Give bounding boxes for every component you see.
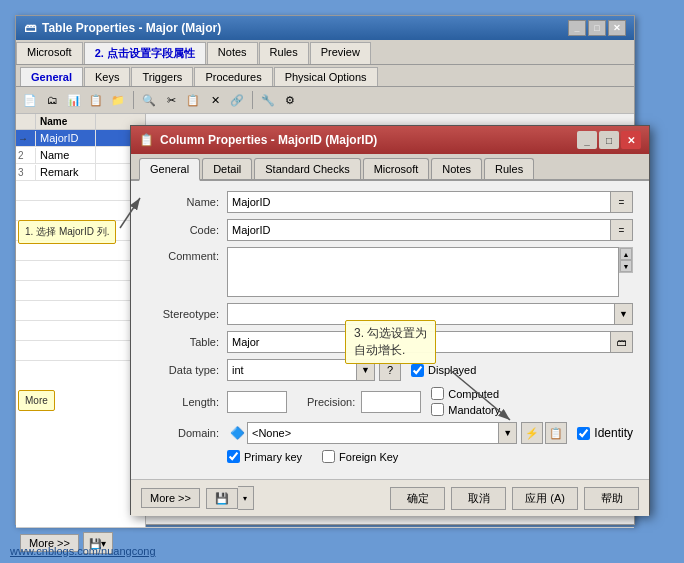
help-button[interactable]: 帮助 bbox=[584, 487, 639, 510]
bg-title-text: Table Properties - Major (Major) bbox=[42, 21, 221, 35]
bg-subtab-triggers[interactable]: Triggers bbox=[131, 67, 193, 86]
toolbar-btn-12[interactable]: ⚙ bbox=[280, 90, 300, 110]
toolbar-btn-1[interactable]: 📄 bbox=[20, 90, 40, 110]
row-name-cell: Name bbox=[36, 147, 96, 163]
code-input[interactable] bbox=[227, 219, 611, 241]
row-num: 2 bbox=[16, 148, 36, 163]
bg-subtab-procedures[interactable]: Procedures bbox=[194, 67, 272, 86]
comment-row: Comment: ▲ ▼ bbox=[147, 247, 633, 297]
table-row[interactable]: 2 Name bbox=[16, 147, 145, 164]
code-btn[interactable]: = bbox=[611, 219, 633, 241]
bg-tab-notes[interactable]: Notes bbox=[207, 42, 258, 64]
domain-arrow[interactable]: ▼ bbox=[499, 422, 517, 444]
scroll-down-btn[interactable]: ▼ bbox=[620, 260, 632, 272]
bg-table-header: Name bbox=[16, 114, 145, 130]
toolbar-btn-11[interactable]: 🔧 bbox=[258, 90, 278, 110]
bg-subtab-keys[interactable]: Keys bbox=[84, 67, 130, 86]
datatype-input[interactable] bbox=[227, 359, 357, 381]
length-row: Length: Precision: Computed Mandatory bbox=[147, 387, 633, 416]
bg-tab-rules[interactable]: Rules bbox=[259, 42, 309, 64]
main-title-buttons: _ □ ✕ bbox=[577, 131, 641, 149]
main-footer: More >> 💾 ▾ 确定 取消 应用 (A) 帮助 bbox=[131, 479, 649, 516]
main-tab-rules[interactable]: Rules bbox=[484, 158, 534, 179]
table-row bbox=[16, 301, 145, 321]
domain-btn-1[interactable]: ⚡ bbox=[521, 422, 543, 444]
code-row: Code: = bbox=[147, 219, 633, 241]
apply-button[interactable]: 应用 (A) bbox=[512, 487, 578, 510]
tooltip-autoincrement: 3. 勾选设置为 自动增长. bbox=[345, 320, 436, 364]
toolbar-btn-8[interactable]: 📋 bbox=[183, 90, 203, 110]
main-tab-general[interactable]: General bbox=[139, 158, 200, 181]
identity-label: Identity bbox=[594, 426, 633, 440]
row-arrow: → bbox=[16, 131, 36, 146]
stereotype-arrow[interactable]: ▼ bbox=[615, 303, 633, 325]
annotation-more: More bbox=[18, 390, 55, 411]
main-maximize-button[interactable]: □ bbox=[599, 131, 619, 149]
comment-scrollbar: ▲ ▼ bbox=[619, 247, 633, 273]
bg-maximize-button[interactable]: □ bbox=[588, 20, 606, 36]
bg-subtab-physicaloptions[interactable]: Physical Options bbox=[274, 67, 378, 86]
name-label: Name: bbox=[147, 196, 227, 208]
cancel-button[interactable]: 取消 bbox=[451, 487, 506, 510]
table-btn[interactable]: 🗃 bbox=[611, 331, 633, 353]
domain-icon: 🔷 bbox=[227, 422, 247, 444]
toolbar-btn-6[interactable]: 🔍 bbox=[139, 90, 159, 110]
toolbar-btn-7[interactable]: ✂ bbox=[161, 90, 181, 110]
bg-top-tabs: Microsoft 2. 点击设置字段属性 Notes Rules Previe… bbox=[16, 40, 634, 65]
foreign-key-label: Foreign Key bbox=[339, 451, 398, 463]
main-tab-detail[interactable]: Detail bbox=[202, 158, 252, 179]
toolbar-btn-10[interactable]: 🔗 bbox=[227, 90, 247, 110]
name-btn[interactable]: = bbox=[611, 191, 633, 213]
toolbar-btn-4[interactable]: 📋 bbox=[86, 90, 106, 110]
length-input[interactable] bbox=[227, 391, 287, 413]
foreign-key-checkbox[interactable] bbox=[322, 450, 335, 463]
toolbar-btn-5[interactable]: 📁 bbox=[108, 90, 128, 110]
toolbar-btn-2[interactable]: 🗂 bbox=[42, 90, 62, 110]
bg-title-icon: 🗃 bbox=[24, 21, 36, 35]
toolbar-separator-1 bbox=[133, 91, 134, 109]
displayed-checkbox[interactable] bbox=[411, 364, 424, 377]
bg-tab-microsoft[interactable]: Microsoft bbox=[16, 42, 83, 64]
main-titlebar: 📋 Column Properties - MajorID (MajorID) … bbox=[131, 126, 649, 154]
main-close-button[interactable]: ✕ bbox=[621, 131, 641, 149]
foreign-key-group: Foreign Key bbox=[322, 450, 398, 463]
footer-more-button[interactable]: More >> bbox=[141, 488, 200, 508]
primary-key-checkbox[interactable] bbox=[227, 450, 240, 463]
watermark: www.cnblogs.com/nuangcong bbox=[10, 545, 156, 557]
ok-button[interactable]: 确定 bbox=[390, 487, 445, 510]
scroll-up-btn[interactable]: ▲ bbox=[620, 248, 632, 260]
table-row bbox=[16, 201, 145, 221]
main-tab-microsoft[interactable]: Microsoft bbox=[363, 158, 430, 179]
bg-title-buttons: _ □ ✕ bbox=[568, 20, 626, 36]
identity-checkbox[interactable] bbox=[577, 427, 590, 440]
bg-tab-preview[interactable]: Preview bbox=[310, 42, 371, 64]
mandatory-checkbox[interactable] bbox=[431, 403, 444, 416]
bg-toolbar: 📄 🗂 📊 📋 📁 🔍 ✂ 📋 ✕ 🔗 🔧 ⚙ bbox=[16, 87, 634, 114]
main-tab-notes[interactable]: Notes bbox=[431, 158, 482, 179]
computed-label: Computed bbox=[448, 388, 499, 400]
table-row[interactable]: 3 Remark bbox=[16, 164, 145, 181]
table-row bbox=[16, 261, 145, 281]
table-label: Table: bbox=[147, 336, 227, 348]
identity-check-row: Identity bbox=[577, 426, 633, 440]
bg-minimize-button[interactable]: _ bbox=[568, 20, 586, 36]
domain-input[interactable] bbox=[247, 422, 499, 444]
comment-textarea[interactable] bbox=[227, 247, 619, 297]
key-checkboxes: Primary key Foreign Key bbox=[147, 450, 633, 463]
stereotype-label: Stereotype: bbox=[147, 308, 227, 320]
main-minimize-button[interactable]: _ bbox=[577, 131, 597, 149]
bg-close-button[interactable]: ✕ bbox=[608, 20, 626, 36]
table-row[interactable]: → MajorID bbox=[16, 130, 145, 147]
col-name-header: Name bbox=[36, 114, 96, 129]
toolbar-btn-9[interactable]: ✕ bbox=[205, 90, 225, 110]
bg-subtab-general[interactable]: General bbox=[20, 67, 83, 86]
precision-input[interactable] bbox=[361, 391, 421, 413]
footer-save-arrow[interactable]: ▾ bbox=[238, 486, 254, 510]
name-input[interactable] bbox=[227, 191, 611, 213]
footer-save-button[interactable]: 💾 bbox=[206, 488, 238, 509]
main-tab-standardchecks[interactable]: Standard Checks bbox=[254, 158, 360, 179]
toolbar-btn-3[interactable]: 📊 bbox=[64, 90, 84, 110]
domain-btn-2[interactable]: 📋 bbox=[545, 422, 567, 444]
bg-tab-fieldprops[interactable]: 2. 点击设置字段属性 bbox=[84, 42, 206, 64]
computed-checkbox[interactable] bbox=[431, 387, 444, 400]
